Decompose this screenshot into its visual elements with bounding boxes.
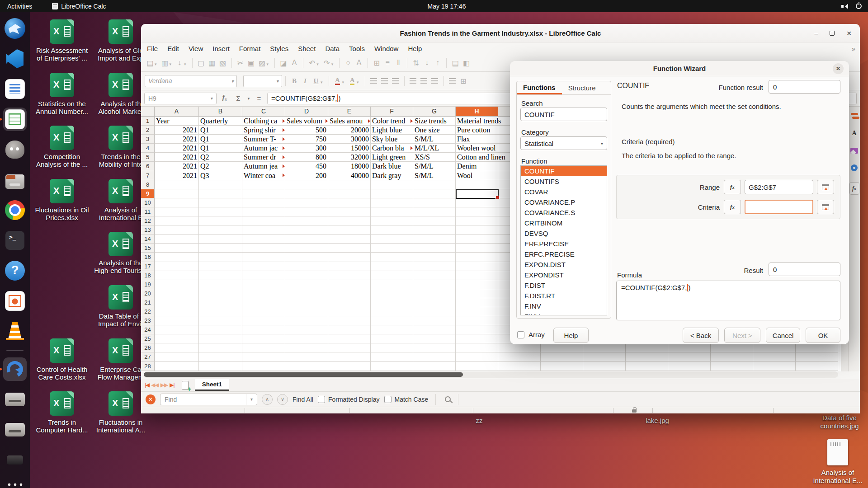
desktop-file-icon[interactable]: XFluctuations in OilPrices.xlsx: [32, 179, 92, 221]
row-header-3[interactable]: 3: [141, 135, 155, 144]
cell-D12[interactable]: [285, 216, 328, 225]
function-item-covariance.p[interactable]: COVARIANCE.P: [521, 197, 607, 207]
italic-icon[interactable]: I: [300, 75, 311, 86]
cell-H6[interactable]: Denim: [456, 162, 498, 171]
cell-C5[interactable]: Summer dr: [242, 153, 285, 162]
cell-J27[interactable]: [541, 352, 583, 361]
cell-F20[interactable]: [371, 289, 413, 298]
menubar-overflow-icon[interactable]: »: [852, 45, 855, 52]
cell-C22[interactable]: [242, 307, 285, 316]
highlighting-color-dropdown-icon[interactable]: ▾: [357, 80, 359, 84]
cell-O28[interactable]: [753, 362, 796, 371]
align-right-icon[interactable]: [390, 75, 401, 86]
cell-F19[interactable]: [371, 280, 413, 289]
cell-G24[interactable]: [413, 325, 456, 334]
align-center-icon[interactable]: [379, 75, 390, 86]
cell-A21[interactable]: [155, 298, 199, 307]
range-fx-button[interactable]: fx: [724, 180, 741, 194]
cell-F9[interactable]: [371, 189, 413, 198]
cell-G19[interactable]: [413, 280, 456, 289]
cell-G25[interactable]: [413, 334, 456, 343]
cell-P27[interactable]: [796, 352, 838, 361]
desktop-file-label[interactable]: Analysis ofInternational E...: [813, 469, 862, 485]
desktop-file-icon[interactable]: XStatistics on theAnnual Number...: [32, 73, 92, 115]
function-item-finv[interactable]: FINV: [521, 311, 607, 315]
cell-H5[interactable]: Cotton and linen: [456, 153, 498, 162]
cell-G10[interactable]: [413, 198, 456, 207]
open-dropdown-icon[interactable]: ▾: [170, 62, 172, 66]
cell-C27[interactable]: [242, 352, 285, 361]
dialog-close-icon[interactable]: ✕: [833, 63, 844, 74]
insert-column-icon[interactable]: ‖: [393, 57, 404, 68]
checkbox-icon[interactable]: [384, 396, 392, 403]
cell-E28[interactable]: [328, 362, 371, 371]
undo-dropdown-icon[interactable]: ▾: [316, 62, 319, 66]
cell-G8[interactable]: [413, 180, 456, 189]
function-item-f.inv[interactable]: F.INV: [521, 301, 607, 311]
font-color-dropdown-icon[interactable]: ▾: [342, 80, 344, 84]
row-header-7[interactable]: 7: [141, 171, 155, 180]
function-item-erfc.precise[interactable]: ERFC.PRECISE: [521, 249, 607, 259]
insert-row-icon[interactable]: ≡: [382, 57, 393, 68]
row-header-13[interactable]: 13: [141, 225, 155, 235]
cell-E25[interactable]: [328, 334, 371, 343]
cell-C23[interactable]: [242, 316, 285, 325]
cell-A5[interactable]: 2021: [155, 153, 199, 162]
cell-B14[interactable]: [199, 235, 242, 244]
cell-B23[interactable]: [199, 316, 242, 325]
cell-F7[interactable]: Dark gray: [371, 171, 413, 180]
cell-C21[interactable]: [242, 298, 285, 307]
cell-A25[interactable]: [155, 334, 199, 343]
desktop-file-label[interactable]: lake.jpg: [646, 417, 669, 425]
cell-B17[interactable]: [199, 262, 242, 271]
cell-C20[interactable]: [242, 289, 285, 298]
function-item-countifs[interactable]: COUNTIFS: [521, 176, 607, 187]
cell-H7[interactable]: Wool: [456, 171, 498, 180]
row-header-24[interactable]: 24: [141, 325, 155, 334]
cell-C15[interactable]: [242, 244, 285, 253]
font-color-icon[interactable]: A: [332, 75, 343, 86]
menu-file[interactable]: File: [147, 45, 158, 52]
cell-F21[interactable]: [371, 298, 413, 307]
cell-B13[interactable]: [199, 225, 242, 235]
function-item-countif[interactable]: COUNTIF: [521, 166, 607, 176]
row-header-18[interactable]: 18: [141, 271, 155, 280]
power-icon[interactable]: [856, 3, 862, 9]
chevron-down-icon[interactable]: ▾: [231, 79, 234, 84]
merge-cells-icon[interactable]: ⊞: [458, 75, 469, 86]
cell-E21[interactable]: [328, 298, 371, 307]
cell-B12[interactable]: [199, 216, 242, 225]
function-item-devsq[interactable]: DEVSQ: [521, 228, 607, 239]
cell-F4[interactable]: Carbon bla: [371, 144, 413, 153]
row-header-21[interactable]: 21: [141, 298, 155, 307]
cell-G20[interactable]: [413, 289, 456, 298]
cell-E19[interactable]: [328, 280, 371, 289]
dock-item-vscode[interactable]: [3, 47, 27, 70]
sidebar-navigator-icon[interactable]: [851, 164, 858, 171]
find-all-button[interactable]: Find All: [292, 396, 313, 403]
cell-C9[interactable]: [242, 189, 285, 198]
menu-data[interactable]: Data: [325, 45, 340, 52]
close-find-icon[interactable]: ✕: [146, 394, 156, 404]
cell-D23[interactable]: [285, 316, 328, 325]
dock-item-terminal[interactable]: [3, 229, 27, 252]
cell-K26[interactable]: [583, 343, 626, 352]
cell-E14[interactable]: [328, 235, 371, 244]
cell-D16[interactable]: [285, 253, 328, 262]
dock-item-drive2[interactable]: [3, 418, 27, 441]
cell-A20[interactable]: [155, 289, 199, 298]
spelling-icon[interactable]: A: [354, 57, 364, 68]
function-item-expondist[interactable]: EXPONDIST: [521, 270, 607, 280]
cell-F11[interactable]: [371, 207, 413, 216]
cell-A1[interactable]: Year: [155, 117, 199, 126]
cell-N28[interactable]: [711, 362, 753, 371]
dock-item-chrome[interactable]: [3, 198, 27, 222]
paste-dropdown-icon[interactable]: ▾: [267, 62, 269, 66]
cell-A2[interactable]: 2021: [155, 126, 199, 135]
function-wizard-icon[interactable]: fx: [219, 94, 230, 103]
cell-G1[interactable]: Size trends: [413, 117, 456, 126]
menu-help[interactable]: Help: [408, 45, 422, 52]
cell-M28[interactable]: [668, 362, 711, 371]
menu-format[interactable]: Format: [239, 45, 261, 52]
last-sheet-icon[interactable]: ▶|: [170, 382, 174, 388]
